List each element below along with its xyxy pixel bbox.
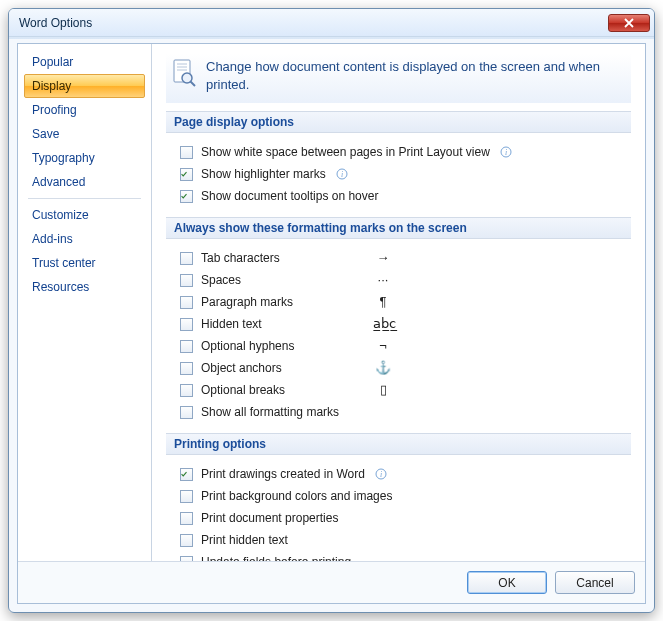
- checkbox-show-white-space-between-pages-in-print-layout-view[interactable]: [180, 146, 193, 159]
- checkbox-print-hidden-text[interactable]: [180, 534, 193, 547]
- page-display-options: Show white space between pages in Print …: [166, 141, 631, 211]
- glyph-icon: ▯: [373, 381, 393, 399]
- glyph-icon: →: [373, 249, 393, 267]
- section-head-formatting-marks: Always show these formatting marks on th…: [166, 217, 631, 239]
- checkbox-optional-hyphens[interactable]: [180, 340, 193, 353]
- option-print-hidden-text: Print hidden text: [180, 529, 627, 551]
- sidebar-item-save[interactable]: Save: [24, 122, 145, 146]
- option-hidden-text: Hidden texta̲b̲c̲: [180, 313, 627, 335]
- svg-line-5: [191, 82, 196, 87]
- checkbox-tab-characters[interactable]: [180, 252, 193, 265]
- option-spaces: Spaces···: [180, 269, 627, 291]
- glyph-icon: ¬: [373, 337, 393, 355]
- svg-text:i: i: [341, 170, 343, 179]
- sidebar-item-customize[interactable]: Customize: [24, 203, 145, 227]
- intro-banner: Change how document content is displayed…: [166, 54, 631, 103]
- option-label: Update fields before printing: [201, 553, 351, 561]
- sidebar-item-proofing[interactable]: Proofing: [24, 98, 145, 122]
- svg-text:i: i: [380, 470, 382, 479]
- sidebar-item-trust-center[interactable]: Trust center: [24, 251, 145, 275]
- option-print-document-properties: Print document properties: [180, 507, 627, 529]
- info-icon[interactable]: i: [500, 146, 512, 158]
- titlebar: Word Options: [9, 9, 654, 37]
- sidebar-item-resources[interactable]: Resources: [24, 275, 145, 299]
- checkbox-show-document-tooltips-on-hover[interactable]: [180, 190, 193, 203]
- section-head-page-display: Page display options: [166, 111, 631, 133]
- checkbox-optional-breaks[interactable]: [180, 384, 193, 397]
- option-label: Paragraph marks: [201, 293, 361, 311]
- svg-text:i: i: [505, 148, 507, 157]
- dialog-button-row: OK Cancel: [18, 561, 645, 603]
- option-label: Optional breaks: [201, 381, 361, 399]
- option-print-drawings-created-in-word: Print drawings created in Wordi: [180, 463, 627, 485]
- close-button[interactable]: [608, 14, 650, 32]
- option-object-anchors: Object anchors⚓: [180, 357, 627, 379]
- category-sidebar: PopularDisplayProofingSaveTypographyAdva…: [18, 44, 152, 561]
- option-label: Optional hyphens: [201, 337, 361, 355]
- option-label: Spaces: [201, 271, 361, 289]
- glyph-icon: a̲b̲c̲: [373, 315, 393, 333]
- intro-text: Change how document content is displayed…: [206, 58, 627, 93]
- glyph-icon: ⚓: [373, 359, 393, 377]
- dialog-window: Word Options PopularDisplayProofingSaveT…: [8, 8, 655, 613]
- window-title: Word Options: [19, 16, 608, 30]
- info-icon[interactable]: i: [375, 468, 387, 480]
- checkbox-paragraph-marks[interactable]: [180, 296, 193, 309]
- option-tab-characters: Tab characters→: [180, 247, 627, 269]
- option-optional-hyphens: Optional hyphens¬: [180, 335, 627, 357]
- glyph-icon: ···: [373, 271, 393, 289]
- body-row: PopularDisplayProofingSaveTypographyAdva…: [18, 44, 645, 561]
- option-show-all-formatting-marks: Show all formatting marks: [180, 401, 627, 423]
- option-label: Show document tooltips on hover: [201, 187, 378, 205]
- sidebar-item-popular[interactable]: Popular: [24, 50, 145, 74]
- option-label: Tab characters: [201, 249, 361, 267]
- formatting-marks-options: Tab characters→Spaces···Paragraph marks¶…: [166, 247, 631, 427]
- checkbox-print-background-colors-and-images[interactable]: [180, 490, 193, 503]
- cancel-button[interactable]: Cancel: [555, 571, 635, 594]
- option-optional-breaks: Optional breaks▯: [180, 379, 627, 401]
- client-area: PopularDisplayProofingSaveTypographyAdva…: [17, 43, 646, 604]
- option-update-fields-before-printing: Update fields before printing: [180, 551, 627, 561]
- glyph-icon: ¶: [373, 293, 393, 311]
- checkbox-spaces[interactable]: [180, 274, 193, 287]
- checkbox-print-document-properties[interactable]: [180, 512, 193, 525]
- option-paragraph-marks: Paragraph marks¶: [180, 291, 627, 313]
- option-label: Show white space between pages in Print …: [201, 143, 490, 161]
- option-label: Print document properties: [201, 509, 338, 527]
- close-icon: [624, 18, 634, 28]
- checkbox-hidden-text[interactable]: [180, 318, 193, 331]
- checkbox-object-anchors[interactable]: [180, 362, 193, 375]
- section-head-printing: Printing options: [166, 433, 631, 455]
- option-label: Print hidden text: [201, 531, 288, 549]
- ok-button[interactable]: OK: [467, 571, 547, 594]
- option-label: Object anchors: [201, 359, 361, 377]
- option-label: Hidden text: [201, 315, 361, 333]
- option-show-white-space-between-pages-in-print-layout-view: Show white space between pages in Print …: [180, 141, 627, 163]
- option-label: Show highlighter marks: [201, 165, 326, 183]
- checkbox-print-drawings-created-in-word[interactable]: [180, 468, 193, 481]
- option-label: Print drawings created in Word: [201, 465, 365, 483]
- sidebar-item-typography[interactable]: Typography: [24, 146, 145, 170]
- content-panel: Change how document content is displayed…: [152, 44, 645, 561]
- option-label: Print background colors and images: [201, 487, 392, 505]
- info-icon[interactable]: i: [336, 168, 348, 180]
- sidebar-item-display[interactable]: Display: [24, 74, 145, 98]
- document-magnifier-icon: [170, 58, 196, 88]
- checkbox-show-all-formatting-marks[interactable]: [180, 406, 193, 419]
- option-label: Show all formatting marks: [201, 403, 361, 421]
- printing-options: Print drawings created in WordiPrint bac…: [166, 463, 631, 561]
- sidebar-item-add-ins[interactable]: Add-ins: [24, 227, 145, 251]
- option-show-document-tooltips-on-hover: Show document tooltips on hover: [180, 185, 627, 207]
- sidebar-separator: [28, 198, 141, 199]
- checkbox-show-highlighter-marks[interactable]: [180, 168, 193, 181]
- option-show-highlighter-marks: Show highlighter marksi: [180, 163, 627, 185]
- option-print-background-colors-and-images: Print background colors and images: [180, 485, 627, 507]
- sidebar-item-advanced[interactable]: Advanced: [24, 170, 145, 194]
